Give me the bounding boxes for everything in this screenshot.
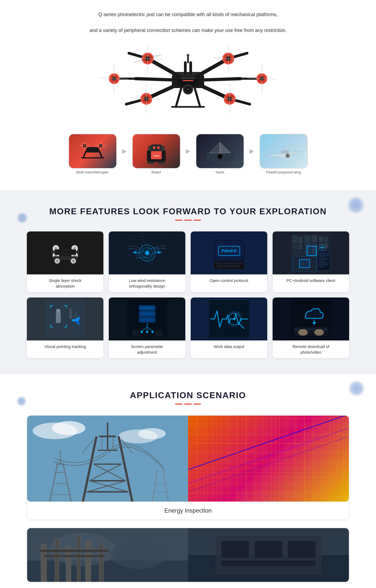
svg-rect-278 <box>27 560 188 582</box>
feat-content-wind <box>109 231 185 274</box>
feature-label-software: PC+Android software client <box>273 274 349 286</box>
feature-label-tracking: Visual pointing tracking <box>27 340 103 353</box>
feature-img-download <box>273 297 349 340</box>
svg-rect-77 <box>158 162 165 164</box>
platform-item-wing[interactable]: Fixed/Compound wing <box>257 134 310 174</box>
svg-rect-162 <box>307 246 316 256</box>
hero-section: Q series photoelectric pod can be compat… <box>0 0 376 190</box>
svg-point-225 <box>233 318 236 320</box>
feat-content-protocol: Pelcol-D <box>191 231 267 274</box>
svg-point-116 <box>162 238 162 238</box>
features-title: MORE FEATURES LOOK FORWARD TO YOUR EXPLO… <box>21 206 355 216</box>
svg-point-180 <box>69 308 72 311</box>
svg-rect-295 <box>221 560 316 566</box>
feature-img-tracking <box>27 297 103 340</box>
svg-point-208 <box>141 331 143 333</box>
drone-image-container <box>5 42 371 118</box>
svg-rect-232 <box>311 328 314 331</box>
feature-label-data: Work data output <box>191 340 267 353</box>
svg-rect-141 <box>232 262 235 264</box>
platform-item-heli[interactable]: Multi-rotor/Helicopter <box>66 134 120 174</box>
svg-rect-174 <box>319 266 324 267</box>
svg-rect-143 <box>240 262 243 264</box>
svg-marker-127 <box>158 251 162 254</box>
features-grid: Single layer shockabsorption <box>27 231 349 358</box>
svg-line-68 <box>99 151 102 158</box>
divider-bar-2 <box>184 220 192 221</box>
svg-point-89 <box>287 155 289 157</box>
feat-content-shock <box>27 231 103 274</box>
svg-rect-72 <box>148 146 151 151</box>
svg-marker-82 <box>220 142 231 153</box>
feature-card-screen: Screen parameteradjustment <box>109 297 185 358</box>
feature-card-protocol: Pelcol-D <box>191 231 267 292</box>
svg-rect-104 <box>55 249 76 255</box>
svg-rect-171 <box>319 260 325 262</box>
svg-rect-138 <box>220 262 223 264</box>
drone-image <box>94 42 282 118</box>
svg-rect-147 <box>298 237 302 244</box>
platform-thumb-heli <box>68 134 117 169</box>
app-divider-bar-1 <box>175 404 183 405</box>
feature-img-data <box>191 297 267 340</box>
decoration-blob-1 <box>346 196 365 215</box>
svg-rect-214 <box>139 311 155 316</box>
svg-point-195 <box>72 319 75 322</box>
svg-rect-282 <box>55 538 59 582</box>
svg-rect-292 <box>221 541 249 558</box>
feature-label-shock: Single layer shockabsorption <box>27 274 103 292</box>
app-divider <box>21 404 355 405</box>
platform-thumb-wing <box>259 134 308 169</box>
svg-rect-285 <box>85 541 91 582</box>
svg-rect-146 <box>292 235 298 244</box>
features-divider <box>21 220 355 221</box>
platform-item-robot[interactable]: LOGO Robot <box>129 134 183 174</box>
platform-row: Multi-rotor/Helicopter ▶ LOGO <box>5 128 371 185</box>
svg-rect-87 <box>281 150 289 154</box>
feature-img-software <box>273 231 349 274</box>
svg-point-97 <box>74 248 75 249</box>
app-section: APPLICATION SCENARIO <box>0 374 376 588</box>
svg-rect-235 <box>323 328 327 331</box>
svg-point-94 <box>55 248 57 249</box>
divider-bar-1 <box>175 220 183 221</box>
svg-line-55 <box>176 88 181 107</box>
divider-bar-3 <box>193 220 201 221</box>
platform-item-yacht[interactable]: Yacht <box>193 134 247 174</box>
svg-point-103 <box>74 255 75 256</box>
svg-rect-150 <box>292 251 302 255</box>
svg-rect-139 <box>224 262 227 264</box>
feature-img-protocol: Pelcol-D <box>191 231 267 274</box>
svg-rect-151 <box>304 235 311 246</box>
svg-text:Pelcol-D: Pelcol-D <box>221 249 236 253</box>
svg-rect-287 <box>39 549 109 552</box>
svg-rect-157 <box>324 237 328 242</box>
svg-rect-273 <box>188 416 349 502</box>
svg-rect-228 <box>295 328 298 331</box>
app-images-grid-2 <box>27 528 349 582</box>
svg-rect-170 <box>319 259 329 260</box>
svg-rect-231 <box>307 328 310 331</box>
svg-line-56 <box>195 88 200 107</box>
svg-line-18 <box>200 79 240 80</box>
svg-rect-140 <box>228 262 231 264</box>
svg-rect-213 <box>139 306 155 310</box>
feature-card-wind: Low wind resistanceorthogonality design <box>109 231 185 292</box>
svg-rect-177 <box>299 260 310 268</box>
svg-point-244 <box>138 428 166 439</box>
decoration-blob-4 <box>16 396 27 406</box>
app-card-2-partial <box>27 528 349 582</box>
svg-line-16 <box>136 79 176 80</box>
platform-label-yacht: Yacht <box>215 170 224 174</box>
svg-point-115 <box>132 239 133 240</box>
svg-point-75 <box>157 146 160 149</box>
svg-rect-58 <box>86 147 99 153</box>
svg-point-85 <box>219 155 221 158</box>
svg-rect-173 <box>319 264 328 265</box>
app-img-tower <box>27 416 188 502</box>
platform-thumb-yacht <box>196 134 244 169</box>
arrow-2: ▶ <box>186 148 190 155</box>
app-card-energy: Energy Inspection <box>27 415 349 520</box>
svg-line-67 <box>83 151 86 158</box>
svg-rect-137 <box>216 262 219 264</box>
